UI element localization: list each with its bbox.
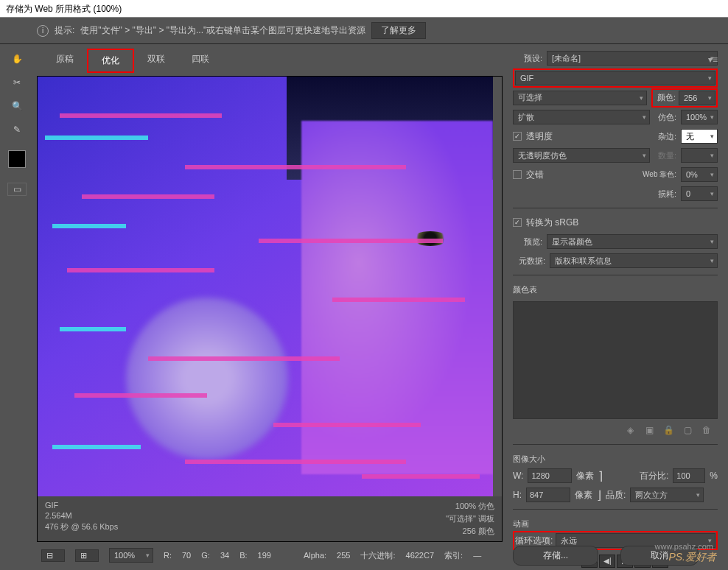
tab-2up[interactable]: 双联 bbox=[134, 49, 178, 73]
hint-text: 使用"文件" > "导出" > "导出为..."或右键单击某个图层可更快速地导出… bbox=[80, 24, 365, 37]
width-input[interactable] bbox=[528, 468, 572, 483]
index-label: 索引: bbox=[444, 550, 463, 561]
transparency-label: 透明度 bbox=[526, 130, 553, 143]
pct-symbol: % bbox=[710, 471, 718, 481]
r-label: R: bbox=[164, 551, 172, 560]
eyedropper-tool-icon[interactable]: ✎ bbox=[8, 121, 26, 138]
height-input[interactable] bbox=[526, 488, 570, 502]
info-format: GIF bbox=[45, 501, 118, 510]
px-label: 像素 bbox=[576, 470, 594, 482]
info-colors: 256 颜色 bbox=[446, 526, 494, 537]
dither-label: 仿色: bbox=[654, 112, 676, 123]
lossy-select[interactable]: 0▾ bbox=[681, 186, 718, 201]
alpha-value: 255 bbox=[337, 551, 350, 560]
hex-label: 十六进制: bbox=[360, 550, 395, 561]
preset-select[interactable]: [未命名]▾ bbox=[547, 51, 718, 66]
websnap-select[interactable]: 0%▾ bbox=[681, 167, 718, 182]
display-preview-select[interactable]: 显示器颜色▾ bbox=[547, 234, 718, 249]
amount-label: 数量: bbox=[654, 150, 676, 161]
preset-label: 预设: bbox=[513, 53, 542, 64]
colortable-toolbar: ◈ ▣ 🔒 ▢ 🗑 bbox=[513, 422, 718, 438]
matte-select[interactable]: 无▾ bbox=[681, 129, 718, 144]
slice-visibility-icon[interactable]: ▭ bbox=[7, 183, 27, 196]
zoom-tool-icon[interactable]: 🔍 bbox=[8, 97, 26, 115]
preview-tabs: 原稿 优化 双联 四联 bbox=[34, 44, 505, 73]
interlace-checkbox[interactable] bbox=[513, 170, 522, 179]
colortable-title: 颜色表 bbox=[513, 284, 718, 295]
b-label: B: bbox=[239, 551, 247, 560]
panel-menu-icon[interactable]: ▾≡ bbox=[708, 54, 718, 65]
r-value: 70 bbox=[182, 551, 191, 560]
colortable[interactable] bbox=[513, 301, 718, 419]
trans-dither-select[interactable]: 无透明度仿色▾ bbox=[513, 148, 650, 163]
slice-tool-icon[interactable]: ✂ bbox=[8, 74, 26, 91]
link-icon2: ⌋ bbox=[597, 488, 601, 502]
display-preview-label: 预览: bbox=[513, 236, 542, 247]
animation-title: 动画 bbox=[513, 518, 718, 529]
matte-label: 杂边: bbox=[654, 131, 676, 142]
zoom-select[interactable]: 100%▾ bbox=[109, 548, 153, 563]
readout-bar: ⊟ ⊞ 100%▾ R:70 G:34 B:199 Alpha:255 十六进制… bbox=[34, 542, 505, 569]
ct-cube-icon[interactable]: ▣ bbox=[644, 425, 654, 435]
learn-more-button[interactable]: 了解更多 bbox=[371, 22, 426, 39]
colors-label: 颜色: bbox=[654, 92, 676, 103]
info-duration: 476 秒 @ 56.6 Kbps bbox=[45, 521, 118, 532]
settings-panel: 预设: [未命名]▾ ▾≡ GIF▾ 可选择▾ 颜色: 256▾ 扩散▾ 仿色:… bbox=[505, 44, 728, 570]
info-dither: 100% 仿色 bbox=[446, 501, 494, 512]
metadata-label: 元数据: bbox=[513, 256, 545, 267]
quality-label: 品质: bbox=[606, 489, 626, 502]
index-value: — bbox=[473, 551, 481, 560]
metadata-select[interactable]: 版权和联系信息▾ bbox=[550, 253, 718, 268]
srgb-label: 转换为 sRGB bbox=[526, 217, 578, 229]
link-icon[interactable]: ⌉ bbox=[598, 469, 603, 483]
percent-input[interactable] bbox=[673, 468, 705, 483]
dither-method-select[interactable]: 扩散▾ bbox=[513, 110, 650, 124]
hint-bar: i 提示: 使用"文件" > "导出" > "导出为..."或右键单击某个图层可… bbox=[0, 18, 728, 44]
preview-image[interactable] bbox=[38, 77, 493, 496]
percent-label: 百分比: bbox=[640, 470, 668, 482]
imagesize-title: 图像大小 bbox=[513, 454, 718, 465]
b-value: 199 bbox=[258, 551, 271, 560]
preview-area: GIF 2.564M 476 秒 @ 56.6 Kbps 100% 仿色 "可选… bbox=[37, 76, 503, 542]
amount-select: ▾ bbox=[681, 148, 718, 163]
hex-value: 4622C7 bbox=[406, 551, 435, 560]
zoom-in-icon[interactable]: ⊞ bbox=[75, 549, 99, 562]
ct-new-icon[interactable]: ▢ bbox=[682, 425, 693, 435]
hint-prefix: 提示: bbox=[55, 24, 74, 37]
reduction-select[interactable]: 可选择▾ bbox=[513, 91, 647, 105]
dither-select[interactable]: 100%▾ bbox=[681, 110, 718, 124]
colors-select[interactable]: 256▾ bbox=[679, 91, 715, 105]
hand-tool-icon[interactable]: ✋ bbox=[8, 50, 26, 68]
save-button[interactable]: 存储... bbox=[513, 546, 598, 566]
watermark-url: www.psahz.com bbox=[655, 542, 713, 551]
g-label: G: bbox=[201, 551, 210, 560]
ct-trash-icon[interactable]: 🗑 bbox=[701, 425, 712, 435]
lossy-label: 损耗: bbox=[654, 189, 676, 200]
px-label2: 像素 bbox=[575, 489, 592, 502]
srgb-checkbox[interactable] bbox=[513, 218, 522, 227]
tab-original[interactable]: 原稿 bbox=[43, 49, 87, 73]
watermark: PS.爱好者 bbox=[668, 551, 716, 564]
w-label: W: bbox=[513, 471, 523, 481]
g-value: 34 bbox=[220, 551, 229, 560]
info-icon: i bbox=[37, 25, 49, 37]
ct-lock-icon[interactable]: 🔒 bbox=[663, 425, 673, 435]
info-palette: "可选择" 调板 bbox=[446, 513, 494, 524]
info-size: 2.564M bbox=[45, 511, 118, 520]
h-label: H: bbox=[513, 490, 522, 500]
format-select[interactable]: GIF▾ bbox=[515, 71, 715, 85]
color-swatch[interactable] bbox=[8, 150, 26, 168]
quality-select[interactable]: 两次立方▾ bbox=[630, 488, 704, 502]
transparency-checkbox[interactable] bbox=[513, 132, 522, 141]
tab-optimized[interactable]: 优化 bbox=[87, 49, 134, 73]
interlace-label: 交错 bbox=[526, 169, 544, 181]
tab-4up[interactable]: 四联 bbox=[178, 49, 223, 73]
ct-sort-icon[interactable]: ◈ bbox=[625, 425, 635, 435]
zoom-out-icon[interactable]: ⊟ bbox=[41, 549, 65, 562]
toolbox: ✋ ✂ 🔍 ✎ ▭ bbox=[0, 44, 34, 570]
window-title: 存储为 Web 所用格式 (100%) bbox=[0, 0, 728, 18]
websnap-label: Web 靠色: bbox=[640, 169, 676, 180]
preview-info: GIF 2.564M 476 秒 @ 56.6 Kbps 100% 仿色 "可选… bbox=[38, 496, 502, 541]
alpha-label: Alpha: bbox=[304, 551, 326, 560]
